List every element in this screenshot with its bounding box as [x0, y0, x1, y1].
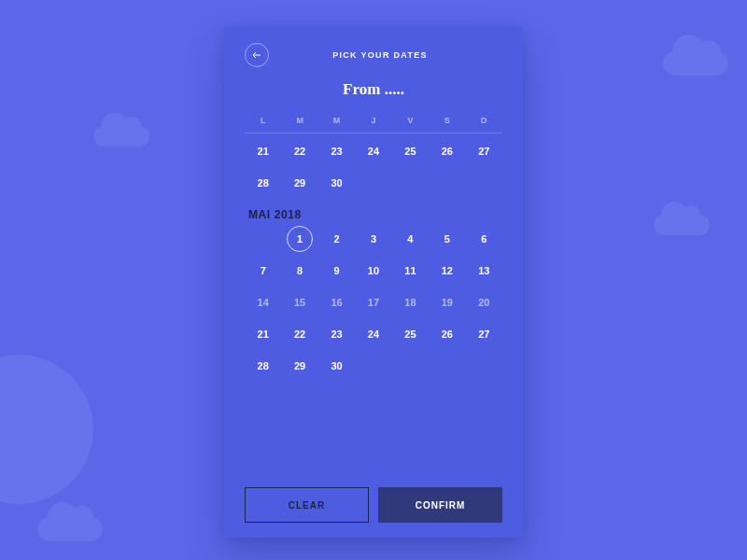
page-title: PICK YOUR DATES [282, 50, 478, 60]
calendar-day[interactable]: 5 [429, 225, 465, 253]
calendar-day[interactable]: 27 [466, 137, 502, 165]
decoration-circle [0, 355, 93, 504]
calendar-day[interactable]: 19 [429, 288, 465, 316]
calendar-day[interactable]: 3 [355, 225, 391, 253]
button-label: CONFIRM [416, 500, 466, 511]
calendar-day[interactable]: 21 [245, 320, 281, 348]
date-picker-card: PICK YOUR DATES From ..... L M M J V S D… [224, 26, 523, 538]
calendar-day-empty [355, 169, 391, 197]
cloud-icon [37, 517, 103, 541]
calendar-day[interactable]: 28 [245, 169, 281, 197]
calendar-day[interactable]: 15 [281, 288, 317, 316]
back-button[interactable] [245, 43, 269, 67]
calendar-day[interactable]: 18 [392, 288, 429, 316]
calendar-day-empty [245, 225, 281, 253]
button-label: CLEAR [289, 500, 325, 511]
arrow-left-icon [251, 49, 262, 61]
calendar-day[interactable]: 29 [281, 352, 317, 380]
calendar-day-empty [466, 169, 502, 197]
calendar-day[interactable]: 26 [429, 137, 465, 165]
cloud-icon [654, 215, 710, 235]
calendar-day[interactable]: 9 [318, 257, 355, 285]
calendar-day[interactable]: 23 [318, 137, 355, 165]
calendar-day[interactable]: 16 [318, 288, 355, 316]
calendar-day[interactable]: 17 [355, 288, 391, 316]
calendar-day[interactable]: 1 [281, 225, 317, 253]
calendar-day-empty [392, 352, 429, 380]
calendar-day[interactable]: 21 [245, 137, 281, 165]
calendar-day[interactable]: 29 [281, 169, 317, 197]
calendar-week-row: 282930 [245, 169, 502, 197]
calendar-day[interactable]: 25 [392, 320, 429, 348]
month-grid: 1234567891011121314151617181920212223242… [245, 225, 502, 380]
calendar-day[interactable]: 23 [318, 320, 355, 348]
calendar-day[interactable]: 13 [466, 257, 502, 285]
calendar-day[interactable]: 22 [281, 137, 317, 165]
calendar-day[interactable]: 30 [318, 169, 355, 197]
day-of-week-header: L M M J V S D [245, 114, 502, 133]
calendar-week-row: 21222324252627 [245, 320, 502, 348]
calendar-day[interactable]: 2 [318, 225, 355, 253]
calendar-day-empty [429, 352, 465, 380]
calendar-day[interactable]: 26 [429, 320, 465, 348]
action-row: CLEAR CONFIRM [245, 487, 502, 523]
calendar-week-row: 282930 [245, 352, 502, 380]
dow-label: J [355, 114, 391, 127]
calendar-week-row: 123456 [245, 225, 502, 253]
calendar-day[interactable]: 12 [429, 257, 465, 285]
prev-month-tail: 21222324252627282930 [245, 137, 502, 197]
topbar: PICK YOUR DATES [245, 43, 502, 67]
calendar-day[interactable]: 24 [355, 137, 391, 165]
confirm-button[interactable]: CONFIRM [378, 487, 502, 523]
calendar-day[interactable]: 22 [281, 320, 317, 348]
calendar-day[interactable]: 30 [318, 352, 355, 380]
cloud-icon [93, 126, 149, 147]
calendar-day[interactable]: 6 [466, 225, 502, 253]
dow-label: D [466, 114, 502, 127]
dow-label: L [245, 114, 281, 127]
calendar-day[interactable]: 20 [466, 288, 502, 316]
calendar-day[interactable]: 8 [281, 257, 317, 285]
calendar: L M M J V S D 21222324252627282930 MAI 2… [245, 114, 502, 480]
month-label: MAI 2018 [248, 208, 502, 221]
dow-label: M [318, 114, 355, 127]
clear-button[interactable]: CLEAR [245, 487, 369, 523]
calendar-day-empty [429, 169, 465, 197]
calendar-week-row: 21222324252627 [245, 137, 502, 165]
calendar-day[interactable]: 14 [245, 288, 281, 316]
calendar-day[interactable]: 27 [466, 320, 502, 348]
calendar-day-empty [466, 352, 502, 380]
calendar-day[interactable]: 4 [392, 225, 429, 253]
calendar-day[interactable]: 25 [392, 137, 429, 165]
cloud-icon [663, 51, 728, 76]
calendar-day[interactable]: 11 [392, 257, 429, 285]
range-from-label: From ..... [245, 80, 502, 99]
calendar-week-row: 14151617181920 [245, 288, 502, 316]
calendar-day-empty [392, 169, 429, 197]
calendar-day[interactable]: 7 [245, 257, 281, 285]
calendar-day[interactable]: 24 [355, 320, 391, 348]
calendar-day[interactable]: 10 [355, 257, 391, 285]
dow-label: M [281, 114, 317, 127]
dow-label: S [429, 114, 465, 127]
calendar-week-row: 78910111213 [245, 257, 502, 285]
calendar-day-empty [355, 352, 391, 380]
dow-label: V [392, 114, 429, 127]
calendar-day[interactable]: 28 [245, 352, 281, 380]
